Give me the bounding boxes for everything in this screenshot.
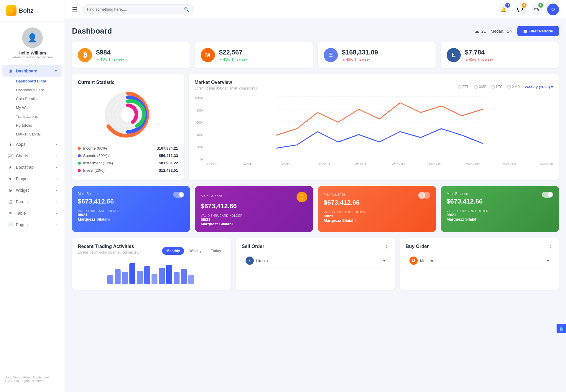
weather-icon: ☁	[474, 28, 480, 34]
eth-arrow: ↘	[342, 57, 345, 62]
btc-logo: ₿	[78, 48, 92, 62]
svg-rect-12	[152, 274, 157, 284]
sidebar-item-apps[interactable]: ℹ Apps ›	[2, 139, 62, 150]
scroll-to-top-button[interactable]: 💧	[557, 324, 566, 333]
mono-value: $22,567	[219, 49, 307, 56]
sidebar-subitem-dashboard-dark[interactable]: Dashboard Dark	[2, 86, 62, 94]
balance-card-purple: Main Balance ₿ $673,412.66 VALID THRUCAR…	[195, 186, 313, 232]
sidebar-item-plugins[interactable]: ♥ Plugins ›	[2, 173, 62, 184]
pages-label: Pages	[16, 222, 28, 227]
svg-rect-13	[159, 268, 165, 284]
balance-footer-orange: VALID THRUCARD HOLDER 08/21 Marquezz Sil…	[324, 211, 430, 223]
topbar-avatar[interactable]: ⚙	[547, 4, 559, 15]
sidebar-item-pages[interactable]: 📄 Pages ›	[2, 219, 62, 230]
legend-income: Income (66%) $167,884.21	[78, 145, 178, 152]
mono-logo: M	[201, 48, 215, 62]
crypto-card-ltc: Ł $7,784 ↘ 45% This week	[441, 42, 559, 68]
profile-email: williamfrancisson@mail.com	[12, 55, 52, 59]
balance-label-green: Main Balance	[447, 192, 468, 196]
svg-rect-10	[137, 271, 143, 284]
search-bar[interactable]: 🔍	[82, 4, 194, 14]
avatar: 👤	[22, 27, 43, 48]
mastercard-icon	[418, 192, 430, 199]
page-title: Dashboard	[72, 27, 112, 36]
sidebar-subitem-my-wallet[interactable]: My Wallet	[2, 103, 62, 112]
sidebar-subitem-market-capital[interactable]: Market Capital	[2, 130, 62, 138]
crypto-card-btc: ₿ $984 ↗ 45% This week	[72, 42, 190, 68]
sell-coin-label: Litecoin	[256, 259, 269, 263]
sidebar: ⚡ Boltz 👤 Hello,William williamfrancisso…	[0, 0, 65, 392]
table-label: Table	[16, 211, 26, 216]
mono-change: ↗ 45% This week	[219, 57, 307, 62]
trading-subtitle: Lorem ipsum dolor sit amet, consectetur	[78, 250, 141, 254]
balance-top-row-blue: Main Balance	[78, 192, 184, 198]
balance-card-info-orange: VALID THRUCARD HOLDER 08/21 Marquezz Sil…	[324, 211, 366, 223]
tab-today[interactable]: Today	[207, 247, 225, 255]
apps-icon: ℹ	[8, 142, 13, 147]
sell-order-menu[interactable]: ⋮	[384, 244, 389, 250]
mono-info: $22,567 ↗ 45% This week	[219, 49, 307, 62]
toggle-switch-blue[interactable]	[173, 192, 184, 198]
toggle-switch-green[interactable]	[542, 192, 553, 198]
current-statistic-card: Current Statistic	[72, 74, 184, 180]
tab-weekly[interactable]: Weekly	[185, 247, 205, 255]
sidebar-subitem-portofolio[interactable]: Portofolio	[2, 121, 62, 130]
litecoin-icon: Ł	[246, 257, 254, 265]
cart-button[interactable]: 🛍 2	[531, 4, 542, 15]
menu-button[interactable]: ☰	[72, 6, 77, 13]
search-input[interactable]	[87, 7, 182, 11]
balance-amount-green: $673,412.66	[447, 198, 553, 205]
market-subtitle: Lorem ipsum dolor sit amet, consectetur	[195, 86, 257, 90]
footer-copy: © 2021 All Rights Reserved	[5, 379, 60, 383]
filter-periode-button[interactable]: ▦ Filter Periode	[517, 26, 559, 36]
charts-arrow: ›	[56, 154, 57, 158]
plugins-label: Plugins	[16, 176, 29, 181]
svg-rect-15	[174, 272, 180, 284]
line-chart-svg	[206, 96, 553, 161]
sidebar-item-charts[interactable]: 📈 Charts ›	[2, 150, 62, 161]
sidebar-item-table[interactable]: ≡ Table ›	[2, 208, 62, 219]
btc-change: ↗ 45% This week	[96, 57, 184, 62]
weather-info: ☁ 21	[474, 28, 486, 34]
sell-order-title: Sell Order	[242, 244, 264, 249]
bottom-row: Recent Trading Activities Lorem ipsum do…	[72, 238, 559, 290]
bootstrap-arrow: ›	[56, 166, 57, 169]
balance-top-row-purple: Main Balance ₿	[201, 192, 307, 202]
balance-card-info-green: VALID THRUCARD HOLDER 08/21 Marquezz Sil…	[447, 209, 488, 221]
plugins-arrow: ›	[56, 177, 57, 181]
chart-with-labels: 1000k 800k 600k 400k 200k 0k	[195, 96, 553, 161]
weekly-label[interactable]: Weekly (2020) ▾	[525, 85, 553, 89]
balance-card-info-purple: VALID THRUCARD HOLDER 08/21 Marquezz Sil…	[201, 214, 243, 226]
buy-order-menu[interactable]: ⋮	[548, 244, 553, 250]
cart-badge: 2	[538, 3, 543, 8]
sidebar-item-widget[interactable]: ⚙ Widget ›	[2, 185, 62, 196]
sidebar-item-bootstrap[interactable]: ★ Bootstrap ›	[2, 162, 62, 173]
notifications-button[interactable]: 🔔 12	[498, 4, 509, 15]
balance-amount-purple: $673,412.66	[201, 202, 307, 210]
logo-icon: ⚡	[6, 5, 17, 16]
sidebar-item-forms[interactable]: 🖨 Forms ›	[2, 196, 62, 207]
legend-spends-label: Spends (50%))	[78, 153, 109, 158]
sidebar-item-dashboard[interactable]: ⊞ Dashboard ▾	[2, 65, 62, 77]
balance-card-orange: Main Balance $673,412.66 VALID THRUCARD …	[318, 186, 436, 232]
messages-button[interactable]: 💬 5	[514, 4, 526, 15]
sidebar-subitem-dashboard-light[interactable]: Dashboard Light	[2, 77, 62, 85]
y-axis-labels: 1000k 800k 600k 400k 200k 0k	[195, 96, 206, 161]
tab-monthly[interactable]: Monthly	[162, 247, 184, 255]
ltc-info: $7,784 ↘ 45% This week	[465, 49, 553, 62]
market-controls: ETH XMR LTC XMR Weekly	[458, 85, 553, 89]
radio-xmr[interactable]: XMR	[474, 85, 487, 89]
radio-ltc[interactable]: LTC	[491, 85, 503, 89]
sell-coin-select[interactable]: Ł Litecoin ▾	[242, 254, 389, 267]
sidebar-subitem-transactions[interactable]: Transactions	[2, 112, 62, 121]
market-overview-card: Market Overview Lorem ipsum dolor sit am…	[189, 74, 559, 180]
radio-eth[interactable]: ETH	[458, 85, 470, 89]
sidebar-subitem-coin-details[interactable]: Coin Details	[2, 95, 62, 103]
radio-dot-xmr2	[507, 85, 511, 89]
radio-xmr2[interactable]: XMR	[507, 85, 520, 89]
buy-coin-select[interactable]: M Monero ▾	[406, 254, 553, 267]
ltc-change: ↘ 45% This week	[465, 57, 553, 62]
profile-name: Hello,William	[19, 50, 46, 55]
mono-arrow: ↗	[219, 57, 222, 62]
sell-coin-display: Ł Litecoin	[246, 257, 269, 265]
